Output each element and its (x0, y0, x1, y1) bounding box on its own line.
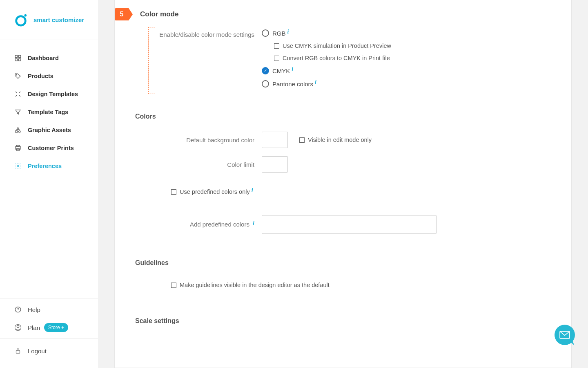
radio-label: CMYK (272, 67, 290, 74)
shapes-icon (14, 126, 22, 134)
checkbox-label: Use CMYK simulation in Product Preview (283, 43, 391, 49)
sidebar-item-graphic-assets[interactable]: Graphic Assets (0, 121, 98, 139)
sidebar-item-preferences[interactable]: Preferences (0, 157, 98, 175)
svg-point-6 (16, 74, 17, 75)
bracket-decoration (148, 27, 155, 94)
logo-icon (14, 13, 28, 27)
help-icon (14, 305, 22, 314)
chat-button[interactable] (555, 325, 575, 345)
checkbox-guidelines-visible[interactable] (171, 283, 176, 288)
sidebar-item-design-templates[interactable]: Design Templates (0, 85, 98, 103)
checkbox-cmyk-sim[interactable] (274, 43, 279, 49)
guidelines-form: Make guidelines visible in the design ed… (115, 278, 571, 292)
radio-pantone[interactable] (262, 80, 269, 88)
svg-rect-5 (19, 59, 21, 61)
sidebar-item-logout[interactable]: Logout (0, 342, 98, 360)
sidebar-item-help[interactable]: Help (0, 301, 98, 319)
plan-badge: Store + (44, 323, 68, 332)
checkbox-label: Make guidelines visible in the design ed… (180, 282, 330, 288)
info-icon[interactable]: i (253, 220, 254, 227)
sidebar-item-dashboard[interactable]: Dashboard (0, 49, 98, 67)
svg-rect-11 (16, 145, 20, 146)
add-predefined-label: Add predefined colors i (156, 221, 262, 228)
color-mode-options: RGB i Use CMYK simulation in Product Pre… (262, 29, 391, 88)
svg-rect-4 (15, 59, 17, 61)
sidebar-item-label: Graphic Assets (28, 127, 71, 133)
sidebar-item-label: Dashboard (28, 55, 59, 61)
info-icon[interactable]: i (252, 187, 253, 194)
svg-rect-10 (16, 149, 20, 151)
sidebar-item-label: Customer Prints (28, 145, 74, 151)
svg-rect-3 (19, 55, 21, 57)
print-icon (14, 144, 22, 152)
svg-point-1 (24, 14, 27, 16)
radio-option-rgb[interactable]: RGB i (262, 29, 391, 37)
default-bg-color-input[interactable] (262, 132, 288, 148)
color-limit-label: Color limit (156, 161, 262, 168)
radio-rgb[interactable] (262, 29, 269, 37)
radio-label: RGB (272, 30, 286, 37)
checkbox-option-convert-rgb[interactable]: Convert RGB colors to CMYK in Print file (262, 55, 391, 61)
sidebar: smart customizer Dashboard Products Desi… (0, 0, 98, 368)
sidebar-item-plan[interactable]: Plan Store + (0, 319, 98, 337)
settings-panel: 5 Color mode Enable/disable color mode s… (114, 0, 572, 368)
sidebar-item-label: Products (28, 73, 53, 79)
checkbox-option-use-predefined[interactable]: Use predefined colors only i (171, 188, 253, 195)
main: 5 Color mode Enable/disable color mode s… (98, 0, 588, 368)
section-title: Color mode (140, 10, 178, 18)
sidebar-header: smart customizer (0, 0, 98, 40)
sidebar-item-label: Preferences (28, 163, 62, 169)
gear-icon (14, 162, 22, 170)
svg-point-0 (16, 16, 26, 25)
section-header: 5 Color mode (115, 0, 571, 27)
sidebar-nav: Dashboard Products Design Templates Temp… (0, 40, 98, 298)
color-limit-input[interactable] (262, 156, 288, 173)
colors-form: Default background color Visible in edit… (115, 132, 571, 234)
info-icon[interactable]: i (315, 79, 316, 86)
svg-point-14 (17, 325, 19, 328)
checkbox-option-visible-edit[interactable]: Visible in edit mode only (299, 137, 372, 143)
add-predefined-input[interactable] (262, 215, 437, 234)
add-predefined-text: Add predefined colors (190, 221, 249, 228)
default-bg-label: Default background color (156, 137, 262, 144)
svg-rect-16 (16, 350, 20, 353)
lock-icon (14, 347, 22, 355)
checkbox-use-predefined[interactable] (171, 189, 176, 195)
sidebar-item-label: Template Tags (28, 109, 68, 115)
color-mode-form: Enable/disable color mode settings RGB i… (115, 27, 571, 88)
tag-icon (14, 72, 22, 80)
dashboard-icon (14, 54, 22, 62)
radio-cmyk[interactable] (262, 67, 269, 74)
radio-label: Pantone colors (272, 81, 313, 88)
step-number-badge: 5 (115, 8, 129, 20)
sidebar-item-products[interactable]: Products (0, 67, 98, 85)
checkbox-visible-edit[interactable] (299, 137, 305, 143)
svg-rect-2 (15, 55, 17, 57)
checkbox-option-cmyk-sim[interactable]: Use CMYK simulation in Product Preview (262, 43, 391, 49)
sidebar-item-label: Logout (28, 348, 47, 355)
colors-heading: Colors (135, 113, 571, 120)
sidebar-item-template-tags[interactable]: Template Tags (0, 103, 98, 121)
info-icon[interactable]: i (292, 66, 293, 73)
user-icon (14, 323, 22, 332)
sidebar-item-label: Plan (28, 324, 40, 331)
checkbox-option-guidelines-visible[interactable]: Make guidelines visible in the design ed… (171, 282, 330, 288)
scale-settings-heading: Scale settings (135, 317, 571, 325)
sidebar-bottom: Help Plan Store + (0, 298, 98, 338)
checkbox-convert-rgb[interactable] (274, 56, 279, 61)
svg-rect-7 (16, 131, 18, 133)
guidelines-heading: Guidelines (135, 259, 571, 267)
filter-icon (14, 108, 22, 116)
checkbox-label: Convert RGB colors to CMYK in Print file (283, 55, 390, 61)
info-icon[interactable]: i (287, 29, 289, 35)
sidebar-item-customer-prints[interactable]: Customer Prints (0, 139, 98, 157)
radio-option-cmyk[interactable]: CMYK i (262, 67, 391, 74)
svg-point-12 (17, 165, 19, 167)
enable-color-mode-label: Enable/disable color mode settings (156, 29, 262, 38)
mail-icon (559, 331, 570, 339)
brand-name: smart customizer (33, 16, 84, 23)
radio-option-pantone[interactable]: Pantone colors i (262, 80, 391, 88)
checkbox-label: Use predefined colors only (180, 188, 250, 195)
sidebar-item-label: Help (28, 306, 40, 313)
checkbox-label: Visible in edit mode only (308, 137, 372, 143)
